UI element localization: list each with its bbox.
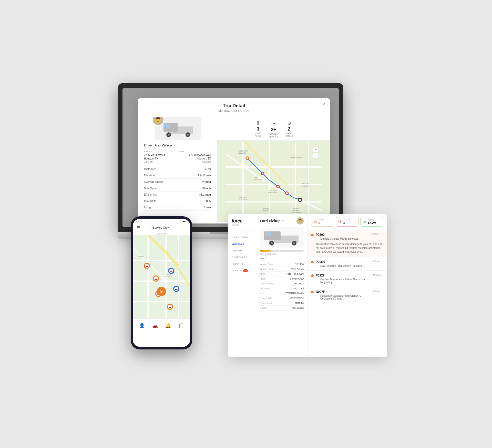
svg-text:EAST: EAST [254,177,258,178]
svg-text:🚗: 🚗 [175,288,178,290]
svg-text:University: University [263,207,269,209]
trip-detail-modal: × Trip Detail Monday, April 12, 2021 [138,98,330,223]
svg-text:🚗: 🚗 [146,265,148,267]
dtc-list: P0300 Multiple Cylinder Misfire Detected… [308,230,387,357]
svg-text:−: − [315,154,317,158]
svg-text:EAST END: EAST END [302,185,310,187]
svg-text:HOUSTON: HOUSTON [239,152,246,154]
sidebar-item-alerts[interactable]: ALERTS 17 [228,267,256,274]
svg-text:🚗: 🚗 [155,278,157,280]
sidebar-item-drivers[interactable]: DRIVERS [228,247,256,254]
dtc-badge-battery: ⊕ Battery 12.2V [360,217,383,227]
dtc-code: P0128 [316,274,373,277]
driver-name: Driver: Alex Wilson [144,143,211,147]
svg-text:Houston: Houston [138,255,144,257]
svg-point-89 [293,242,295,244]
sidebar-item-vehicles[interactable]: VEHICLES [228,241,256,247]
svg-text:Funeral Home: Funeral Home [292,212,301,213]
dtc-badges-header: ⚙ DTCs 3 ↺ Recalls 3 ⊕ [308,214,387,230]
phone-tab-map[interactable]: 👤 [139,323,145,328]
phone-tab-alerts[interactable]: 🔔 [165,323,171,328]
svg-point-27 [299,199,301,201]
svg-text:3: 3 [160,289,163,294]
phone-header: ☰ Service Crew [133,224,190,232]
edit-vehicle-link[interactable]: Edit ✎ [260,257,304,260]
battery-icon: ⊕ [363,219,366,224]
phone-tab-vehicles[interactable]: 🚗 [152,323,158,328]
webapp-main: Ford Pickup ∨ 👨 [256,214,387,357]
svg-point-23 [277,186,279,187]
dtcs-icon: ⚙ [313,219,317,224]
dtc-expand-chevron[interactable]: › [383,274,383,276]
phone-tab-bar: 👤 🚗 🔔 📋 [133,318,190,332]
svg-point-25 [286,192,288,194]
svg-text:+: + [315,148,317,152]
dtc-date: 04/12/21 [373,290,382,293]
svg-text:Eastwood: Eastwood [166,275,172,277]
vehicle-dropdown-chevron[interactable]: ∨ [282,220,284,222]
trip-stats-table: Distance:30 mi Duration:1 h 12 min Avera… [144,166,211,211]
dtc-panel: ⚙ DTCs 3 ↺ Recalls 3 ⊕ [308,214,387,357]
modal-subtitle: Monday, April 12, 2021 [138,109,330,113]
sidebar-item-dashboard[interactable]: DASHBOARD [228,234,256,241]
dtc-code: B007F [316,290,373,294]
svg-rect-85 [265,232,271,236]
svg-text:🚗: 🚗 [170,270,172,272]
trip-map: + − DOWNTOWN HOUSTON SECOND WARD EAST DO… [217,141,330,222]
dtc-code: P0300 [316,233,358,237]
start-time: 2:00 pm [144,161,176,163]
dtc-badge-recalls: ↺ Recalls 3 [336,217,359,227]
trip-vehicle-image: 👨 [155,117,201,140]
dtc-date: 04/12/21 [373,274,382,276]
vehicle-name: Ford Pickup [260,219,281,223]
svg-text:DOWNTOWN: DOWNTOWN [253,179,262,180]
sidebar-item-reports[interactable]: REPORTS [228,261,256,267]
recalls-icon: ↺ [338,219,341,224]
end-time: 3:12 pm [179,161,211,163]
dtc-item-p0128[interactable]: P0128 Coolant Temperature Below Thermost… [308,271,387,287]
svg-text:SECOND WARD: SECOND WARD [291,157,303,158]
start-address: 2205 McKinney StHouston, TX [144,153,176,161]
vehicle-info-panel: Ford Pickup ∨ 👨 [256,214,308,357]
harsh-brakes-badge: ⊙ 2 HarshBrakes [285,120,293,138]
dtc-description: Multiple Cylinder Misfire Detected [320,237,358,240]
svg-text:🚗: 🚗 [169,306,171,308]
dtc-item-p0300[interactable]: P0300 Multiple Cylinder Misfire Detected… [308,230,387,257]
dtc-expand-chevron[interactable]: ∨ [382,233,383,236]
vehicle-image [260,227,304,248]
dtc-item-b007f[interactable]: B007F Passenger Seatbelt Pretensioner "C… [308,287,387,303]
dtc-item-p00b9[interactable]: P00B9 Low Pressure Fuel System Pressure.… [308,257,387,271]
phone-dashboard-label: Dashboard [133,232,190,235]
phone-tab-reports[interactable]: 📋 [178,323,184,328]
dtc-expand-chevron[interactable]: › [383,290,383,293]
svg-point-21 [262,173,264,174]
dtc-description: Coolant Temperature Below Thermostat Reg… [320,278,373,284]
svg-text:GREATER: GREATER [269,190,277,191]
svg-text:Lawndale: Lawndale [293,209,299,211]
fuel-level-label: 25% Fuel Level [260,253,304,255]
vehicle-details-list: Vehicle Color:YY1118 Vehicle Name:Ford P… [260,262,304,311]
dtc-dot [311,261,314,263]
svg-text:DOWNTOWN: DOWNTOWN [239,150,248,152]
dtc-date: 04/12/21 [373,260,382,263]
phone-status-bar: 9:41 ●●● [133,219,190,224]
minutes-speeding-badge: 〜 2+ MinutesSpeeding [269,120,278,138]
end-label: END [179,150,211,153]
svg-text:Forest Park: Forest Park [293,207,300,209]
dtc-code: P00B9 [316,260,364,264]
sidebar-item-geofences[interactable]: GEOFENCES [228,254,256,261]
phone-menu-icon[interactable]: ☰ [136,225,140,230]
trip-right-panel: ⇈ 3 RapidAccels 〜 2+ MinutesSpeeding [217,117,330,222]
dtc-expand-chevron[interactable]: › [383,260,383,263]
start-label: START [144,150,176,153]
user-avatar: 👨 [296,217,304,225]
rapid-accels-badge: ⇈ 3 RapidAccels [255,120,262,138]
dtc-expanded-description: This misfire can cause severe damage to … [316,242,383,254]
trip-left-panel: 👨 Driver: Alex Wilson START 2205 McKinne… [138,117,217,222]
svg-rect-48 [133,235,190,332]
svg-text:GREATER: GREATER [302,183,310,185]
phone-title-badge: Service Crew [149,225,173,230]
modal-close-button[interactable]: × [323,102,325,106]
phone-map: Houston Greater Eastwood 🚗 🚗 [133,235,190,332]
svg-rect-2 [164,124,170,128]
